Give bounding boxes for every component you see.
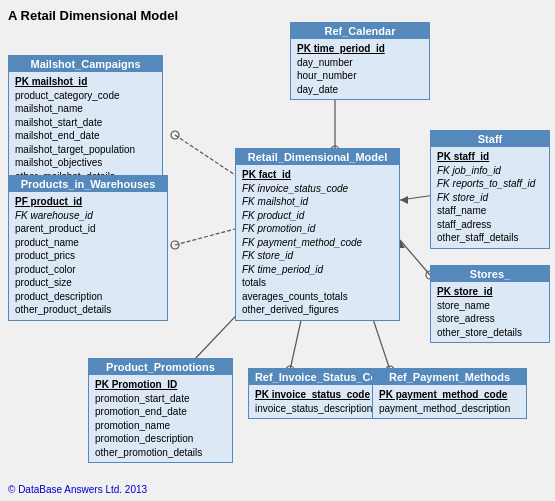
field: PK time_period_id: [297, 42, 423, 56]
field: promotion_end_date: [95, 405, 226, 419]
entity-mailshot-campaigns: Mailshot_Campaigns PK mailshot_id produc…: [8, 55, 163, 187]
field: promotion_name: [95, 419, 226, 433]
entity-stores: Stores_ PK store_id store_name store_adr…: [430, 265, 550, 343]
field: product_name: [15, 236, 161, 250]
field: FK store_id: [437, 191, 543, 205]
field: PF product_id: [15, 195, 161, 209]
entity-title-ref-payment-methods: Ref_Payment_Methods: [373, 369, 526, 385]
field: averages_counts_totals: [242, 290, 393, 304]
field: PK store_id: [437, 285, 543, 299]
page-container: A Retail Dimensional Model: [0, 0, 555, 501]
field: mailshot_target_population: [15, 143, 156, 157]
svg-point-4: [171, 131, 179, 139]
field: PK Promotion_ID: [95, 378, 226, 392]
field: payment_method_description: [379, 402, 520, 416]
field: promotion_start_date: [95, 392, 226, 406]
svg-marker-11: [400, 196, 408, 204]
field: PK staff_id: [437, 150, 543, 164]
entity-products-in-warehouses: Products_in_Warehouses PF product_id FK …: [8, 175, 168, 321]
entity-body-ref-payment-methods: PK payment_method_code payment_method_de…: [373, 385, 526, 418]
entity-title-product-promotions: Product_Promotions: [89, 359, 232, 375]
entity-title-retail-dimensional-model: Retail_Dimensional_Model: [236, 149, 399, 165]
field: product_category_code: [15, 89, 156, 103]
field: promotion_description: [95, 432, 226, 446]
entity-ref-payment-methods: Ref_Payment_Methods PK payment_method_co…: [372, 368, 527, 419]
page-title: A Retail Dimensional Model: [8, 8, 178, 23]
field: parent_product_id: [15, 222, 161, 236]
entity-body-products-in-warehouses: PF product_id FK warehouse_id parent_pro…: [9, 192, 167, 320]
field: store_adress: [437, 312, 543, 326]
entity-body-ref-calendar: PK time_period_id day_number hour_number…: [291, 39, 429, 99]
field: product_size: [15, 276, 161, 290]
field: staff_adress: [437, 218, 543, 232]
entity-body-retail-dimensional-model: PK fact_id FK invoice_status_code FK mai…: [236, 165, 399, 320]
field: day_date: [297, 83, 423, 97]
svg-line-12: [400, 240, 430, 275]
field: store_name: [437, 299, 543, 313]
field: PK fact_id: [242, 168, 393, 182]
field: product_description: [15, 290, 161, 304]
field: PK payment_method_code: [379, 388, 520, 402]
entity-body-mailshot-campaigns: PK mailshot_id product_category_code mai…: [9, 72, 162, 186]
entity-title-stores: Stores_: [431, 266, 549, 282]
field: mailshot_end_date: [15, 129, 156, 143]
field: mailshot_objectives: [15, 156, 156, 170]
field: product_prics: [15, 249, 161, 263]
field: FK promotion_id: [242, 222, 393, 236]
field: FK invoice_status_code: [242, 182, 393, 196]
entity-title-ref-calendar: Ref_Calendar: [291, 23, 429, 39]
field: other_promotion_details: [95, 446, 226, 460]
field: FK reports_to_staff_id: [437, 177, 543, 191]
field: mailshot_name: [15, 102, 156, 116]
copyright: © DataBase Answers Ltd. 2013: [8, 484, 147, 495]
entity-body-staff: PK staff_id FK job_info_id FK reports_to…: [431, 147, 549, 248]
field: day_number: [297, 56, 423, 70]
field: FK store_id: [242, 249, 393, 263]
field: FK warehouse_id: [15, 209, 161, 223]
entity-title-staff: Staff: [431, 131, 549, 147]
entity-title-products-in-warehouses: Products_in_Warehouses: [9, 176, 167, 192]
entity-body-product-promotions: PK Promotion_ID promotion_start_date pro…: [89, 375, 232, 462]
field: other_staff_details: [437, 231, 543, 245]
field: FK mailshot_id: [242, 195, 393, 209]
field: other_product_details: [15, 303, 161, 317]
field: other_derived_figures: [242, 303, 393, 317]
field: FK product_id: [242, 209, 393, 223]
entity-body-stores: PK store_id store_name store_adress othe…: [431, 282, 549, 342]
field: totals: [242, 276, 393, 290]
entity-retail-dimensional-model: Retail_Dimensional_Model PK fact_id FK i…: [235, 148, 400, 321]
field: FK time_period_id: [242, 263, 393, 277]
entity-staff: Staff PK staff_id FK job_info_id FK repo…: [430, 130, 550, 249]
field: hour_number: [297, 69, 423, 83]
field: product_color: [15, 263, 161, 277]
field: other_store_details: [437, 326, 543, 340]
field: PK mailshot_id: [15, 75, 156, 89]
field: FK job_info_id: [437, 164, 543, 178]
field: mailshot_start_date: [15, 116, 156, 130]
svg-point-7: [171, 241, 179, 249]
entity-product-promotions: Product_Promotions PK Promotion_ID promo…: [88, 358, 233, 463]
field: FK payment_method_code: [242, 236, 393, 250]
entity-ref-calendar: Ref_Calendar PK time_period_id day_numbe…: [290, 22, 430, 100]
entity-title-mailshot-campaigns: Mailshot_Campaigns: [9, 56, 162, 72]
field: staff_name: [437, 204, 543, 218]
